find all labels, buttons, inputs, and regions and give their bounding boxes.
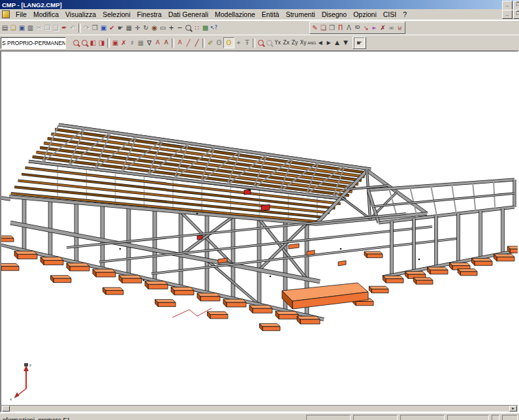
scrollbar-thumb[interactable] — [2, 406, 10, 412]
zoom-out-button[interactable]: − — [176, 23, 184, 33]
lower-level-button[interactable]: ▼ — [341, 38, 350, 48]
restore-button[interactable]: ❐ — [513, 1, 519, 9]
menu-opzioni[interactable]: Opzioni — [350, 10, 380, 19]
viewports-button[interactable]: ▦ — [125, 23, 133, 33]
mdi-minimize-button[interactable]: _ — [502, 10, 512, 19]
paste-button[interactable]: ❑ — [52, 23, 60, 33]
view-load-button[interactable]: ◧ — [89, 38, 97, 48]
redo-button[interactable]: ↷ — [82, 23, 91, 33]
axis-label: z — [29, 363, 31, 367]
lamp-on-button[interactable]: ʘ — [223, 37, 234, 48]
link-nodes-button[interactable]: ╱ — [193, 38, 201, 48]
menu-strumenti[interactable]: Strumenti — [283, 10, 319, 19]
new-document-button[interactable]: ▤ — [1, 23, 9, 33]
assign-node-button[interactable]: ↘ — [362, 23, 370, 33]
zoom-window-button[interactable]: ▭ — [159, 23, 167, 33]
move-node-button[interactable]: Π — [336, 23, 345, 33]
load-case-b-button[interactable]: A — [162, 38, 170, 48]
menu-dati-generali[interactable]: Dati Generali — [165, 10, 212, 19]
load-case-c-button[interactable]: A — [176, 38, 184, 48]
entity-id-button[interactable]: ID — [353, 23, 362, 33]
zoom-in-button[interactable]: + — [167, 23, 176, 33]
menu-finestra[interactable]: Finestra — [134, 10, 165, 19]
next-view-button[interactable]: ▶ — [324, 38, 333, 48]
grid-button[interactable]: ▦ — [136, 38, 145, 48]
image-export-button[interactable]: ▩ — [201, 23, 210, 33]
undo-button[interactable]: ↶ — [69, 23, 77, 33]
copy-button[interactable]: ❐ — [43, 23, 52, 33]
menu-disegno[interactable]: Disegno — [319, 10, 351, 19]
ladder-button[interactable]: ♯ — [128, 38, 136, 48]
prev-view-button[interactable]: ◀ — [316, 38, 324, 48]
zoom-selection-button[interactable] — [72, 38, 80, 48]
view-xy-button[interactable]: Xy — [299, 38, 307, 48]
cut-button[interactable]: ✂ — [35, 23, 43, 33]
context-help-button[interactable]: ↖? — [210, 23, 218, 33]
draw-entity-button[interactable]: ✎ — [311, 23, 319, 33]
plot-preview-button[interactable]: ❒ — [91, 23, 99, 33]
zoom-load-button[interactable] — [80, 38, 89, 48]
select-load-button[interactable]: ▣ — [111, 38, 119, 48]
dynamic-pan-button[interactable]: ☛ — [354, 37, 365, 48]
level-button[interactable]: Ŧ — [243, 38, 251, 48]
menu-help[interactable]: ? — [400, 10, 410, 19]
find-entity-button[interactable]: ∞ — [387, 23, 396, 33]
pan-hand-button[interactable]: ☛ — [116, 23, 125, 33]
rotate-view-button[interactable]: ↻ — [142, 23, 150, 33]
load-case-combobox[interactable]: S PROPRIO-PERMANENTE ▼ — [1, 37, 66, 49]
menu-selezioni[interactable]: Selezioni — [99, 10, 134, 19]
scroll-right-arrow-icon[interactable]: ► — [509, 406, 517, 412]
delete-load-button[interactable]: ✗ — [119, 38, 128, 48]
open-file-button[interactable]: ❏ — [9, 23, 18, 33]
view-zx-button[interactable]: Zx — [282, 38, 291, 48]
view-options-button[interactable]: ▣ — [99, 23, 108, 33]
model-axis-triad: zx — [10, 363, 31, 401]
regen-button[interactable]: ∷ — [193, 23, 201, 33]
measure-button[interactable]: Λ — [345, 23, 353, 33]
menu-modellazione[interactable]: Modellazione — [212, 10, 259, 19]
toolbar-separator — [78, 24, 81, 33]
minimize-button[interactable]: _ — [502, 1, 512, 9]
menu-modifica[interactable]: Modifica — [30, 10, 62, 19]
print-button[interactable]: ▥ — [26, 23, 35, 33]
move-view-button[interactable]: ✛ — [133, 23, 142, 33]
move-entity-button[interactable]: ❐ — [328, 23, 336, 33]
check-model-button[interactable]: ✔ — [108, 23, 116, 33]
status-panel-2 — [353, 415, 398, 420]
status-bar: nformazioni, premere F1 — [0, 413, 519, 420]
filter-button[interactable]: ∇ — [145, 38, 153, 48]
pick-entity-button[interactable]: ► — [370, 23, 379, 33]
zoom-extents-button[interactable] — [184, 23, 193, 33]
draw-loads-button[interactable]: ✐ — [206, 38, 215, 48]
lamp-all-button[interactable]: ʘ — [215, 38, 223, 48]
zoom-node-prev-button[interactable] — [265, 38, 274, 48]
menu-visualizza[interactable]: Visualizza — [62, 10, 99, 19]
load-case-combobox-value: S PROPRIO-PERMANENTE — [2, 40, 66, 46]
view-yx-button[interactable]: Yx — [274, 38, 282, 48]
link-members-button[interactable]: ╱ — [184, 38, 193, 48]
zoom-node-button[interactable] — [257, 38, 265, 48]
model-canvas[interactable]: zx — [1, 52, 518, 406]
menu-file[interactable]: File — [12, 10, 30, 19]
view-zy-button[interactable]: Zy — [291, 38, 299, 48]
load-case-a-button[interactable]: A — [153, 38, 162, 48]
menu-cisi[interactable]: CISI — [380, 10, 400, 19]
bin-entity-button[interactable]: ⊎ — [396, 23, 404, 33]
document-icon[interactable] — [2, 10, 10, 18]
toolbar-row-2-icons: ◧◨▣✗♯▦∇AAA╱╱✐ʘʘ✦ŦYxZxZyXyANG◀▶▲▼☛ — [72, 37, 366, 49]
menu-bar: FileModificaVisualizzaSelezioniFinestraD… — [0, 9, 519, 20]
menu-entit-[interactable]: Entità — [259, 10, 283, 19]
delete-node-button[interactable]: ✗ — [379, 23, 387, 33]
lamp-add-button[interactable]: ✦ — [234, 38, 243, 48]
copy-entity-button[interactable]: ❏ — [319, 23, 328, 33]
status-panel-6 — [502, 415, 518, 420]
mdi-restore-button[interactable]: ❐ — [513, 10, 519, 19]
format-painter-button[interactable]: ✒ — [60, 23, 69, 33]
view-load-all-button[interactable]: ◨ — [97, 38, 106, 48]
save-file-button[interactable]: ▣ — [18, 23, 26, 33]
view-ang-button[interactable]: ANG — [307, 38, 316, 48]
horizontal-scrollbar[interactable]: ► — [1, 405, 518, 412]
zoom-dynamic-button[interactable]: ◉ — [150, 23, 159, 33]
zoom-selection-icon — [73, 40, 79, 46]
raise-level-button[interactable]: ▲ — [333, 38, 341, 48]
